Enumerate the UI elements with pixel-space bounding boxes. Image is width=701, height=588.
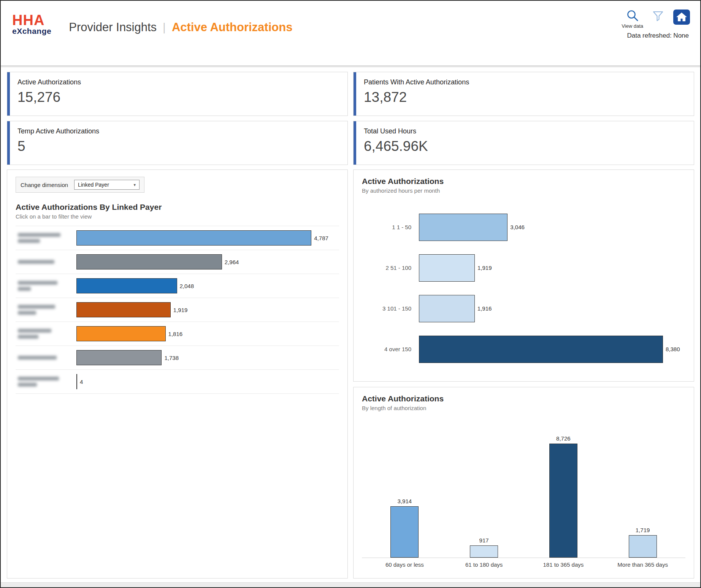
bar[interactable]: [470, 545, 498, 558]
bar-row: 1 1 - 503,046: [362, 207, 685, 247]
home-control[interactable]: [673, 9, 690, 27]
column-plot-area: 3,9149178,7261,719: [362, 423, 685, 558]
bar-row: 4 over 1508,380: [362, 329, 685, 369]
bar[interactable]: [419, 254, 475, 282]
bar-category-label: 4 over 150: [362, 346, 419, 352]
kpi-card-active-authorizations: Active Authorizations 15,276: [7, 72, 348, 116]
kpi-accent-bar: [354, 72, 356, 116]
bar-value-label: 1,919: [477, 265, 492, 271]
bar-value-label: 4,787: [314, 235, 328, 241]
bar[interactable]: [629, 535, 657, 558]
bar-value-label: 1,919: [173, 307, 188, 313]
bar[interactable]: [76, 302, 171, 317]
bar-category-label: More than 365 days: [603, 558, 682, 568]
bar-value-label: 8,380: [666, 346, 680, 352]
hha-exchange-logo: HHA eXchange: [12, 14, 51, 36]
kpi-value: 6,465.96K: [364, 138, 428, 154]
kpi-accent-bar: [7, 121, 10, 165]
bottom-strip: [1, 582, 700, 587]
kpi-label: Temp Active Authorizations: [17, 127, 99, 135]
bar[interactable]: [549, 444, 577, 558]
bar[interactable]: [419, 214, 508, 241]
home-icon[interactable]: [673, 9, 690, 25]
bar-value-label: 3,046: [510, 224, 525, 230]
page-title: Provider Insights: [69, 21, 157, 34]
kpi-value: 13,872: [364, 89, 469, 105]
kpi-label: Patients With Active Authorizations: [364, 78, 469, 86]
bar-category-label: 181 to 365 days: [524, 558, 603, 568]
bar-row: 1,738: [16, 346, 339, 370]
bar-row: 4,787: [16, 226, 339, 250]
change-dimension-label: Change dimension: [21, 182, 68, 188]
bar[interactable]: [76, 350, 162, 365]
bar[interactable]: [76, 230, 311, 246]
kpi-accent-bar: [7, 72, 10, 116]
bar-value-label: 2,964: [225, 259, 239, 265]
redacted-payer-label: [16, 260, 76, 264]
view-data-label: View data: [622, 23, 643, 29]
bar-value-label: 4: [80, 379, 83, 385]
column-group: 1,719: [603, 527, 682, 558]
logo-text-hha: HHA: [12, 14, 51, 27]
chart-title-linked-payer: Active Authorizations By Linked Payer: [16, 203, 339, 212]
bar-row: 2,964: [16, 250, 339, 274]
redacted-payer-label: [16, 281, 76, 291]
kpi-label: Total Used Hours: [364, 127, 428, 135]
length-column-chart: 3,9149178,7261,71960 days or less61 to 1…: [362, 423, 685, 568]
chart-title-length: Active Authorizations: [362, 394, 685, 403]
kpi-row: Active Authorizations 15,276 Patients Wi…: [7, 72, 694, 165]
bar[interactable]: [76, 254, 222, 269]
kpi-value: 5: [17, 138, 99, 154]
header: HHA eXchange Provider Insights | Active …: [1, 1, 700, 65]
search-icon[interactable]: [626, 9, 639, 22]
kpi-accent-bar: [354, 121, 356, 165]
kpi-value: 15,276: [17, 89, 81, 105]
logo-text-exchange: eXchange: [12, 27, 51, 36]
hours-chart-panel: Active Authorizations By authorized hour…: [353, 170, 694, 382]
bar-category-label: 3 101 - 150: [362, 305, 419, 312]
bar-value-label: 1,916: [477, 305, 492, 312]
bar-category-label: 1 1 - 50: [362, 224, 419, 230]
bar[interactable]: [419, 336, 663, 363]
bar-value-label: 1,719: [636, 527, 650, 533]
linked-payer-chart-panel: Change dimension Linked Payer ▾ Active A…: [7, 170, 348, 578]
bar-row: 2 51 - 1001,919: [362, 247, 685, 288]
linked-payer-bar-chart: 4,7872,9642,0481,9191,8161,7384: [16, 226, 339, 394]
bar-category-label: 2 51 - 100: [362, 265, 419, 271]
column-category-labels: 60 days or less61 to 180 days181 to 365 …: [362, 558, 685, 568]
funnel-icon[interactable]: [652, 10, 664, 22]
redacted-payer-label: [16, 356, 76, 360]
kpi-card-total-used-hours: Total Used Hours 6,465.96K: [353, 121, 694, 165]
bar[interactable]: [390, 506, 419, 558]
main-content: Change dimension Linked Payer ▾ Active A…: [7, 170, 694, 578]
bar-value-label: 917: [479, 537, 489, 544]
chart-subtitle-length: By length of authorization: [362, 405, 685, 411]
bar[interactable]: [76, 326, 166, 341]
chart-subtitle-hours: By authorized hours per month: [362, 187, 685, 194]
bar-value-label: 2,048: [180, 283, 194, 289]
chart-subtitle-linked-payer: Click on a bar to filter the view: [16, 213, 339, 220]
bar-value-label: 1,816: [168, 331, 183, 337]
header-icon-row: View data: [622, 9, 690, 29]
column-group: 8,726: [524, 435, 603, 558]
view-data-control[interactable]: View data: [622, 9, 643, 29]
bar[interactable]: [76, 278, 177, 293]
bar-category-label: 61 to 180 days: [444, 558, 524, 568]
bar-value-label: 8,726: [556, 435, 571, 442]
kpi-card-patients-active-authorizations: Patients With Active Authorizations 13,8…: [353, 72, 694, 116]
bar[interactable]: [419, 295, 475, 322]
redacted-payer-label: [16, 377, 76, 387]
bar-row: 1,816: [16, 322, 339, 346]
dimension-dropdown-value: Linked Payer: [78, 182, 109, 188]
hours-bar-chart: 1 1 - 503,0462 51 - 1001,9193 101 - 1501…: [362, 207, 685, 369]
dimension-dropdown[interactable]: Linked Payer ▾: [74, 180, 140, 190]
length-chart-panel: Active Authorizations By length of autho…: [353, 387, 694, 578]
bar-row: 3 101 - 1501,916: [362, 288, 685, 329]
kpi-card-temp-active-authorizations: Temp Active Authorizations 5: [7, 121, 348, 165]
page-titles: Provider Insights | Active Authorization…: [69, 21, 292, 34]
column-group: 917: [444, 537, 524, 558]
redacted-payer-label: [16, 233, 76, 243]
bar-value-label: 3,914: [398, 498, 412, 504]
bar[interactable]: [76, 374, 77, 389]
filter-control[interactable]: [652, 10, 664, 23]
